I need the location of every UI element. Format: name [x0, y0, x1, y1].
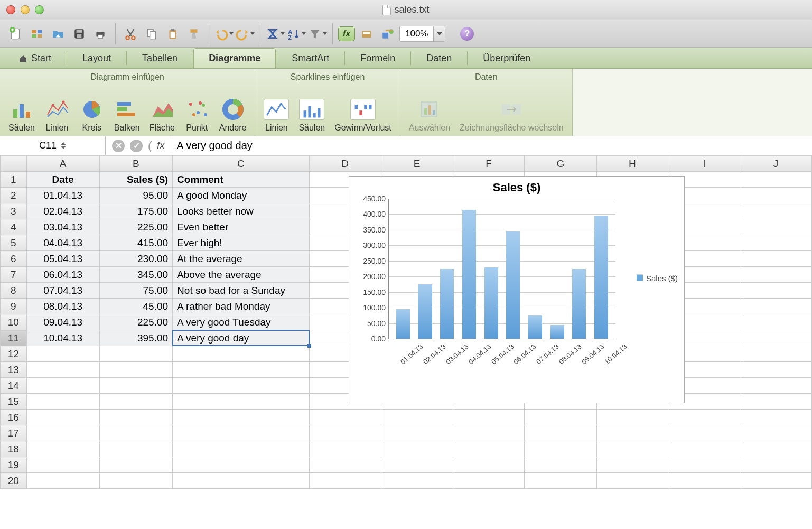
cell-J12[interactable]	[740, 346, 812, 362]
cell-H16[interactable]	[596, 410, 668, 425]
cell-B16[interactable]	[99, 410, 172, 425]
cell-A4[interactable]: 03.04.13	[26, 219, 99, 235]
ribbon-kreis-button[interactable]: Kreis	[79, 98, 105, 133]
cell-I17[interactable]	[668, 425, 740, 441]
cell-H20[interactable]	[596, 473, 668, 489]
row-header-7[interactable]: 7	[1, 267, 27, 283]
cell-B15[interactable]	[99, 394, 172, 410]
template-gallery-button[interactable]	[27, 24, 46, 43]
cell-J20[interactable]	[740, 473, 812, 489]
cell-I18[interactable]	[668, 441, 740, 457]
zoom-window-button[interactable]	[35, 5, 44, 14]
autosum-button[interactable]	[266, 24, 285, 43]
cell-B4[interactable]: 225.00	[99, 219, 172, 235]
zoom-dropdown-button[interactable]	[433, 26, 445, 41]
col-header-E[interactable]: E	[381, 156, 453, 172]
cell-D17[interactable]	[309, 425, 381, 441]
show-formula-bar-button[interactable]: fx	[338, 26, 355, 41]
paste-button[interactable]	[163, 24, 182, 43]
cell-E17[interactable]	[381, 425, 453, 441]
ribbon-andere-button[interactable]: Andere	[219, 98, 247, 133]
ribbon-spark-saulen-button[interactable]: Säulen	[298, 98, 325, 133]
redo-button[interactable]	[236, 24, 255, 43]
row-header-11[interactable]: 11	[1, 330, 27, 346]
cell-I16[interactable]	[668, 410, 740, 425]
cell-G18[interactable]	[525, 441, 596, 457]
cell-B9[interactable]: 45.00	[99, 299, 172, 314]
row-header-10[interactable]: 10	[1, 314, 27, 330]
zoom-combo[interactable]: 100%	[399, 26, 445, 42]
cell-C5[interactable]: Ever high!	[173, 235, 310, 251]
cell-F18[interactable]	[453, 441, 525, 457]
cell-B2[interactable]: 95.00	[99, 188, 172, 203]
cell-F20[interactable]	[453, 473, 525, 489]
cell-I20[interactable]	[668, 473, 740, 489]
cell-H19[interactable]	[596, 457, 668, 473]
cell-E16[interactable]	[381, 410, 453, 425]
cell-B19[interactable]	[99, 457, 172, 473]
row-header-2[interactable]: 2	[1, 188, 27, 203]
cell-D18[interactable]	[309, 441, 381, 457]
cell-C12[interactable]	[173, 346, 310, 362]
cell-C7[interactable]: Above the average	[173, 267, 310, 283]
row-header-17[interactable]: 17	[1, 425, 27, 441]
cell-C11[interactable]: A very good day	[173, 330, 310, 346]
cell-B18[interactable]	[99, 441, 172, 457]
cell-A16[interactable]	[26, 410, 99, 425]
cell-E18[interactable]	[381, 441, 453, 457]
cancel-edit-button[interactable]: ✕	[112, 140, 125, 152]
cell-J9[interactable]	[740, 299, 812, 314]
row-header-16[interactable]: 16	[1, 410, 27, 425]
cell-J16[interactable]	[740, 410, 812, 425]
confirm-edit-button[interactable]: ✓	[130, 140, 143, 152]
cell-D19[interactable]	[309, 457, 381, 473]
cell-B11[interactable]: 395.00	[99, 330, 172, 346]
cell-C10[interactable]: A very good Tuesday	[173, 314, 310, 330]
cell-A2[interactable]: 01.04.13	[26, 188, 99, 203]
help-button[interactable]: ?	[460, 27, 474, 41]
name-box[interactable]: C11	[0, 136, 106, 155]
cell-J10[interactable]	[740, 314, 812, 330]
cell-B20[interactable]	[99, 473, 172, 489]
cell-A8[interactable]: 07.04.13	[26, 283, 99, 299]
col-header-D[interactable]: D	[309, 156, 381, 172]
cell-F19[interactable]	[453, 457, 525, 473]
cell-A20[interactable]	[26, 473, 99, 489]
cell-A10[interactable]: 09.04.13	[26, 314, 99, 330]
col-header-H[interactable]: H	[596, 156, 668, 172]
filter-button[interactable]	[308, 24, 327, 43]
cell-B14[interactable]	[99, 378, 172, 394]
tab-smartart[interactable]: SmartArt	[276, 48, 344, 68]
undo-button[interactable]	[214, 24, 234, 43]
tab-uberprufen[interactable]: Überprüfen	[468, 48, 546, 68]
cell-J18[interactable]	[740, 441, 812, 457]
cell-J7[interactable]	[740, 267, 812, 283]
cell-A3[interactable]: 02.04.13	[26, 203, 99, 219]
row-header-18[interactable]: 18	[1, 441, 27, 457]
cell-C8[interactable]: Not so bad for a Sunday	[173, 283, 310, 299]
cell-B8[interactable]: 75.00	[99, 283, 172, 299]
cell-J11[interactable]	[740, 330, 812, 346]
row-header-20[interactable]: 20	[1, 473, 27, 489]
col-header-I[interactable]: I	[668, 156, 740, 172]
cell-C9[interactable]: A rather bad Monday	[173, 299, 310, 314]
cell-J4[interactable]	[740, 219, 812, 235]
tab-formeln[interactable]: Formeln	[345, 48, 410, 68]
toolbox-button[interactable]	[357, 24, 376, 43]
row-header-1[interactable]: 1	[1, 172, 27, 188]
ribbon-linien-button[interactable]: Linien	[44, 98, 70, 133]
cell-C18[interactable]	[173, 441, 310, 457]
print-button[interactable]	[91, 24, 110, 43]
cell-C19[interactable]	[173, 457, 310, 473]
row-header-15[interactable]: 15	[1, 394, 27, 410]
row-header-14[interactable]: 14	[1, 378, 27, 394]
cell-B13[interactable]	[99, 362, 172, 378]
cell-J2[interactable]	[740, 188, 812, 203]
cell-C4[interactable]: Even better	[173, 219, 310, 235]
name-box-stepper[interactable]	[61, 142, 66, 149]
ribbon-spark-gewinn-button[interactable]: Gewinn/Verlust	[334, 98, 391, 133]
cell-J15[interactable]	[740, 394, 812, 410]
tab-tabellen[interactable]: Tabellen	[127, 48, 193, 68]
cell-G20[interactable]	[525, 473, 596, 489]
minimize-window-button[interactable]	[21, 5, 30, 14]
